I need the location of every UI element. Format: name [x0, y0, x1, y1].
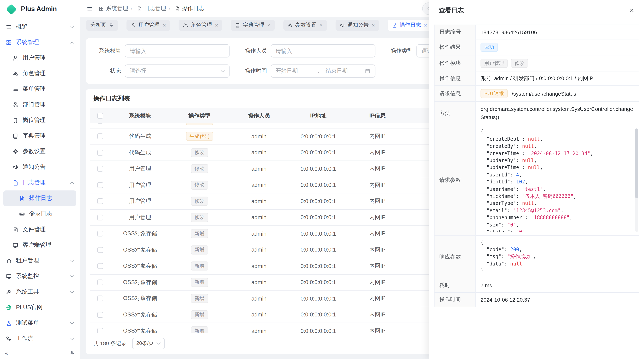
operator-input[interactable]: [271, 44, 375, 57]
sidebar-item-icon: [6, 336, 12, 342]
cell-operator: admin: [229, 242, 289, 258]
request-url: /system/user/changeStatus: [512, 90, 576, 96]
row-checkbox[interactable]: [97, 296, 103, 302]
cell-ip-address: 0:0:0:0:0:0:0:1: [289, 193, 348, 209]
row-checkbox[interactable]: [97, 328, 103, 333]
tab[interactable]: 分析页 ×: [86, 19, 118, 30]
sidebar-item-icon: [12, 179, 18, 186]
sidebar-item[interactable]: 部门管理: [0, 97, 80, 112]
tab[interactable]: 字典管理 ×: [231, 19, 274, 30]
cell-ip-info: 内网IP: [348, 177, 407, 193]
sidebar-item[interactable]: 系统管理: [0, 34, 80, 50]
row-checkbox[interactable]: [97, 198, 103, 204]
sidebar: Plus Admin 概览 系统管理 用户管理: [0, 0, 80, 359]
close-tab-icon[interactable]: ×: [319, 22, 323, 28]
sidebar-item[interactable]: 测试菜单: [0, 315, 80, 331]
cell-system-module: 用户管理: [110, 177, 170, 193]
sidebar-item-icon: [12, 70, 18, 76]
close-tab-icon[interactable]: ×: [424, 22, 427, 28]
close-tab-icon[interactable]: ×: [372, 22, 375, 28]
cell-ip-address: 0:0:0:0:0:0:0:1: [289, 145, 348, 160]
sidebar-item[interactable]: 菜单管理: [0, 81, 80, 97]
sidebar-item[interactable]: PLUS官网: [0, 300, 80, 315]
row-checkbox[interactable]: [97, 166, 103, 172]
tab-label: 用户管理: [138, 21, 160, 29]
sidebar-item[interactable]: 角色管理: [0, 66, 80, 81]
tab-label: 角色管理: [191, 21, 212, 29]
end-date-placeholder: 结束日期: [326, 67, 359, 75]
sidebar-item-label: 登录日志: [29, 210, 52, 218]
tab[interactable]: 用户管理 ×: [126, 19, 170, 30]
select-all-checkbox[interactable]: [97, 113, 103, 118]
pin-tab-icon[interactable]: [109, 22, 114, 27]
brand[interactable]: Plus Admin: [0, 0, 80, 18]
tab[interactable]: 参数设置 ×: [283, 19, 327, 30]
breadcrumb-item[interactable]: › 操作日志: [168, 5, 204, 12]
row-checkbox[interactable]: [97, 312, 103, 318]
cell-ip-info: 内网IP: [348, 242, 407, 258]
field-label: 耗时: [434, 278, 476, 293]
row-checkbox[interactable]: [97, 150, 103, 155]
chevron-icon: [70, 259, 74, 262]
sidebar-item[interactable]: 参数设置: [0, 144, 80, 159]
cell-ip-address: 0:0:0:0:0:0:0:1: [289, 323, 348, 333]
breadcrumb-item[interactable]: › 日志管理: [130, 5, 166, 12]
cell-ip-info: 内网IP: [348, 193, 407, 209]
tab[interactable]: 通知公告 ×: [336, 19, 379, 30]
sidebar-item-icon: [6, 320, 12, 326]
row-checkbox[interactable]: [97, 182, 103, 188]
row-checkbox[interactable]: [97, 123, 103, 124]
sidebar-item[interactable]: 操作日志: [3, 190, 76, 206]
filter-label: 状态: [92, 67, 121, 75]
field-label: 操作模块: [434, 55, 476, 71]
close-tab-icon[interactable]: ×: [267, 22, 270, 28]
sidebar-item[interactable]: 日志管理: [0, 175, 80, 190]
tab[interactable]: 角色管理 ×: [179, 19, 222, 30]
status-select[interactable]: 请选择: [125, 64, 230, 77]
row-checkbox[interactable]: [97, 215, 103, 220]
row-checkbox[interactable]: [97, 280, 103, 285]
row-checkbox[interactable]: [97, 263, 103, 269]
tab[interactable]: 操作日志 ×: [388, 19, 431, 30]
sidebar-item[interactable]: 系统监控: [0, 269, 80, 284]
sidebar-item[interactable]: 用户管理: [0, 50, 80, 66]
cell-ip-address: 0:0:0:0:0:0:0:1: [289, 177, 348, 193]
cell-operator: admin: [229, 129, 289, 144]
cell-operator: admin: [229, 307, 289, 323]
cost-value: 7 ms: [476, 278, 639, 293]
sidebar-item[interactable]: 字典管理: [0, 128, 80, 144]
sidebar-item[interactable]: 岗位管理: [0, 112, 80, 128]
sidebar-item[interactable]: 通知公告: [0, 159, 80, 175]
collapse-sidebar-button[interactable]: «: [5, 350, 8, 356]
close-drawer-button[interactable]: ×: [630, 6, 634, 14]
sidebar-item[interactable]: 系统工具: [0, 284, 80, 300]
sidebar-item-icon: [12, 242, 18, 248]
chevron-down-icon: [156, 342, 161, 345]
sidebar-item-icon: [12, 55, 18, 61]
row-checkbox[interactable]: [97, 247, 103, 253]
close-tab-icon[interactable]: ×: [162, 22, 166, 28]
cell-system-module: 用户管理: [110, 210, 170, 225]
sidebar-item[interactable]: 工作流: [0, 331, 80, 346]
request-params-json[interactable]: { "createDept": null, "createBy": null, …: [480, 129, 634, 232]
range-arrow: →: [315, 68, 320, 74]
close-tab-icon[interactable]: ×: [215, 22, 218, 28]
sidebar-item[interactable]: 登录日志: [0, 206, 80, 222]
row-checkbox[interactable]: [97, 134, 103, 139]
sidebar-item-label: 操作日志: [29, 195, 52, 202]
module-badge: 用户管理: [480, 59, 508, 68]
system-module-input[interactable]: [125, 44, 230, 57]
column-header: 操作人员: [229, 112, 289, 119]
op-time-range-picker[interactable]: 开始日期 → 结束日期: [271, 64, 375, 77]
scrollbar-thumb[interactable]: [636, 129, 638, 198]
sidebar-item[interactable]: 客户端管理: [0, 237, 80, 253]
row-checkbox[interactable]: [97, 231, 103, 237]
sidebar-item[interactable]: 文件管理: [0, 222, 80, 237]
breadcrumb-item[interactable]: › 系统管理: [98, 5, 128, 12]
sidebar-item[interactable]: 概览: [0, 19, 80, 34]
sidebar-item[interactable]: 租户管理: [0, 253, 80, 268]
hamburger-menu-icon[interactable]: [86, 5, 93, 12]
page-size-select[interactable]: 20条/页: [132, 338, 165, 349]
sidebar-item-label: 部门管理: [22, 101, 46, 108]
pin-sidebar-icon[interactable]: [70, 351, 75, 356]
